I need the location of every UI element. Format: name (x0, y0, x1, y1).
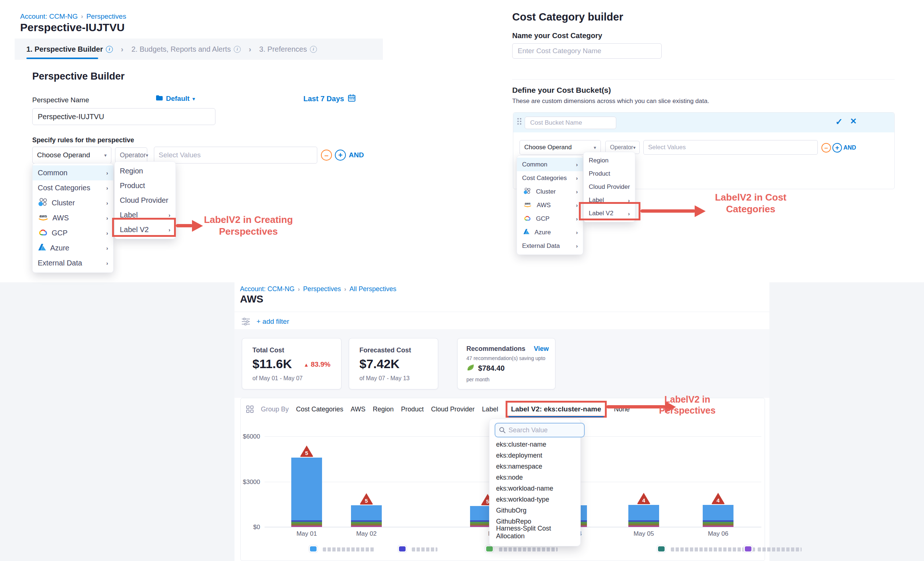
menu-item-region[interactable]: Region (584, 154, 635, 167)
tab-preferences[interactable]: 3. Preferencesi (260, 45, 317, 54)
legend-chip[interactable] (744, 545, 753, 553)
operand-select[interactable]: Choose Operand▾ (32, 147, 111, 164)
menu-item-azure[interactable]: Azure› (33, 241, 113, 256)
svg-text:aws: aws (40, 214, 47, 218)
menu-item-cost-categories[interactable]: Cost Categories› (33, 180, 113, 196)
chevron-down-icon: ▾ (146, 152, 148, 158)
menu-item-product[interactable]: Product (115, 178, 176, 193)
menu-item-label: GCP (52, 229, 103, 237)
forecasted-cost-card[interactable]: Forecasted Cost $7.42K of May 07 - May 1… (349, 338, 438, 390)
menu-item-external-data[interactable]: External Data› (517, 239, 583, 253)
menu-item-gcp[interactable]: GCP› (33, 226, 113, 241)
menu-item-common[interactable]: Common› (517, 158, 583, 171)
folder-selector[interactable]: Default ▾ (156, 95, 195, 103)
perspective-name-input[interactable]: Perspective-IUJTVU (32, 108, 215, 125)
legend-chip[interactable] (309, 545, 318, 553)
menu-item-aws[interactable]: awsAWS› (33, 211, 113, 226)
menu-item-cloud-provider[interactable]: Cloud Provider (584, 180, 635, 194)
menu-item-cluster[interactable]: Cluster› (33, 196, 113, 211)
operator-select[interactable]: Operator▾ (115, 147, 147, 163)
label-value-option[interactable]: eks:namespace (489, 461, 580, 472)
chevron-right-icon: › (106, 245, 108, 251)
group-by-label[interactable]: Label (482, 406, 498, 413)
anomaly-badge-icon[interactable]: 5 (299, 444, 314, 457)
anomaly-badge-icon[interactable]: 4 (711, 492, 725, 505)
add-rule-button[interactable]: + (335, 150, 346, 161)
gcp-icon (523, 215, 531, 223)
group-by-cloud-provider[interactable]: Cloud Provider (431, 406, 475, 413)
stack-segment (351, 523, 382, 525)
menu-item-gcp[interactable]: GCP› (517, 212, 583, 226)
bar-may-02[interactable] (351, 505, 382, 527)
search-value-input[interactable]: Search Value (495, 423, 585, 438)
label-value-option[interactable]: GithubOrg (489, 505, 580, 516)
menu-item-azure[interactable]: Azure› (517, 226, 583, 239)
and-operator-button[interactable]: AND (349, 151, 364, 159)
total-cost-card[interactable]: Total Cost $11.6K ▲ 83.9% of May 01 - Ma… (242, 338, 342, 390)
group-by-product[interactable]: Product (401, 406, 424, 413)
date-range-picker[interactable]: Last 7 Days (303, 94, 356, 104)
menu-item-label: Product (589, 170, 630, 177)
add-filter-button[interactable]: + add filter (256, 317, 289, 326)
filter-icon[interactable] (241, 317, 250, 327)
group-by-region[interactable]: Region (373, 406, 393, 413)
breadcrumb-perspectives[interactable]: Perspectives (87, 12, 126, 21)
drag-handle-icon[interactable] (518, 118, 521, 125)
menu-item-common[interactable]: Common› (33, 165, 113, 180)
breadcrumb-all-perspectives[interactable]: All Perspectives (350, 285, 396, 293)
menu-item-label[interactable]: Label› (584, 194, 635, 207)
label-value-option[interactable]: eks:deployment (489, 450, 580, 461)
anomaly-badge-icon[interactable]: 4 (636, 492, 651, 505)
tab-budgets-reports-alerts[interactable]: 2. Budgets, Reports and Alertsi (132, 45, 241, 54)
menu-item-label-v2[interactable]: Label V2› (584, 207, 635, 220)
leaf-icon (466, 363, 475, 373)
menu-item-product[interactable]: Product (584, 167, 635, 180)
remove-rule-button[interactable]: – (321, 150, 332, 161)
menu-item-cluster[interactable]: Cluster› (517, 185, 583, 199)
divider (512, 79, 895, 80)
group-by-active-labelv2[interactable]: Label V2: eks:cluster-name (506, 401, 607, 418)
legend-chip[interactable] (657, 545, 666, 553)
menu-item-aws[interactable]: awsAWS› (517, 199, 583, 212)
cc-and-operator-button[interactable]: AND (843, 144, 856, 151)
label-value-option[interactable]: eks:workload-name (489, 483, 580, 494)
chevron-right-icon: › (106, 215, 108, 221)
anomaly-badge-icon[interactable]: 5 (359, 492, 374, 505)
chevron-right-icon: › (344, 286, 346, 293)
bar-may-01[interactable] (291, 457, 322, 527)
menu-item-label-v2[interactable]: Label V2› (115, 222, 176, 237)
menu-item-region[interactable]: Region (115, 164, 176, 178)
view-recommendations-link[interactable]: View (534, 345, 549, 353)
label-value-option[interactable]: eks:node (489, 472, 580, 483)
info-icon: i (234, 46, 241, 53)
legend-chip[interactable] (485, 545, 494, 553)
legend-chip[interactable] (398, 545, 406, 553)
label-value-option[interactable]: eks:workload-type (489, 494, 580, 505)
cc-values-input[interactable]: Select Values (644, 140, 818, 155)
group-by-row: Group By Cost CategoriesAWSRegionProduct… (246, 400, 630, 418)
menu-item-cost-categories[interactable]: Cost Categories› (517, 171, 583, 185)
cc-add-rule-button[interactable]: + (832, 143, 842, 152)
cc-remove-rule-button[interactable]: – (821, 143, 831, 152)
bar-may-06[interactable] (703, 505, 734, 527)
cost-bucket-name-input[interactable]: Cost Bucket Name (525, 117, 616, 129)
cc-name-input[interactable]: Enter Cost Category Name (512, 43, 662, 59)
close-bucket-icon[interactable]: ✕ (850, 117, 856, 126)
annotation-cost-categories: LabelV2 in Cost Categories (710, 191, 791, 215)
menu-item-external-data[interactable]: External Data› (33, 256, 113, 271)
label-value-option[interactable]: Harness-Split Cost Allocation (489, 527, 580, 538)
breadcrumb-perspectives[interactable]: Perspectives (303, 285, 341, 293)
bar-may-05[interactable] (628, 505, 659, 527)
aws-icon: aws (38, 213, 49, 223)
breadcrumb-account[interactable]: Account: CCM-NG (20, 12, 78, 21)
tab-perspective-builder[interactable]: 1. Perspective Builderi (26, 45, 113, 54)
menu-item-label[interactable]: Label› (115, 208, 176, 222)
menu-item-cloud-provider[interactable]: Cloud Provider (115, 193, 176, 208)
label-value-option[interactable]: eks:cluster-name (489, 439, 580, 450)
recommendations-card[interactable]: Recommendations View 47 recommendation(s… (457, 338, 555, 390)
confirm-bucket-icon[interactable]: ✓ (836, 117, 843, 127)
group-by-aws[interactable]: AWS (351, 406, 365, 413)
breadcrumb-account[interactable]: Account: CCM-NG (240, 285, 295, 293)
group-by-cost-categories[interactable]: Cost Categories (296, 406, 343, 413)
values-input[interactable]: Select Values (154, 147, 317, 164)
